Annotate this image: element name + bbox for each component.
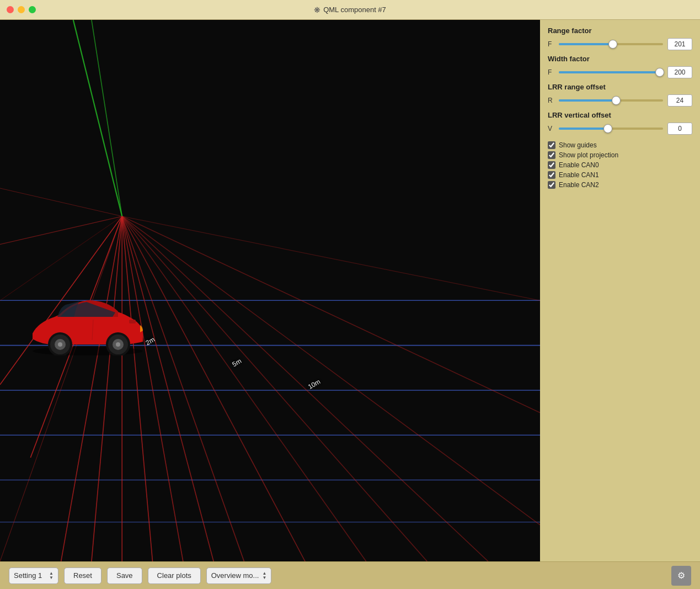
- lrr-vertical-offset-fill: [559, 128, 608, 130]
- width-factor-label: Width factor: [548, 55, 692, 63]
- lrr-vertical-offset-prefix: V: [548, 125, 554, 132]
- range-factor-input[interactable]: [667, 38, 692, 50]
- show-guides-checkbox[interactable]: [548, 141, 555, 149]
- enable-can2-checkbox[interactable]: [548, 181, 555, 189]
- lrr-range-offset-section: LRR range offset R: [548, 83, 692, 107]
- car-svg: [22, 289, 154, 355]
- lrr-vertical-offset-track[interactable]: [559, 128, 663, 130]
- reset-button[interactable]: Reset: [64, 567, 101, 584]
- right-panel: Range factor F Width factor F: [540, 20, 700, 561]
- range-factor-fill: [559, 43, 613, 45]
- svg-point-36: [58, 342, 62, 347]
- width-factor-section: Width factor F: [548, 55, 692, 78]
- range-factor-label: Range factor: [548, 26, 692, 35]
- checkbox-section: Show guides Show plot projection Enable …: [548, 141, 692, 189]
- enable-can1-row[interactable]: Enable CAN1: [548, 171, 692, 179]
- show-guides-row[interactable]: Show guides: [548, 141, 692, 149]
- enable-can0-label[interactable]: Enable CAN0: [559, 161, 599, 169]
- width-factor-track[interactable]: [559, 71, 663, 73]
- viewport[interactable]: 0m 2m 5m 10m: [0, 20, 540, 561]
- svg-point-37: [116, 342, 120, 347]
- scene-canvas: 0m 2m 5m 10m: [0, 20, 540, 561]
- lrr-range-offset-track[interactable]: [559, 99, 663, 102]
- lrr-vertical-offset-label: LRR vertical offset: [548, 111, 692, 119]
- lrr-range-offset-fill: [559, 99, 616, 102]
- lrr-vertical-offset-input[interactable]: [667, 123, 692, 135]
- show-plot-projection-label[interactable]: Show plot projection: [559, 151, 618, 159]
- overview-select-arrows-icon: ▲ ▼: [262, 571, 266, 580]
- show-guides-label[interactable]: Show guides: [559, 141, 597, 149]
- main-content: 0m 2m 5m 10m: [0, 20, 700, 561]
- enable-can0-row[interactable]: Enable CAN0: [548, 161, 692, 169]
- show-plot-projection-checkbox[interactable]: [548, 151, 555, 159]
- close-button[interactable]: [7, 6, 14, 13]
- width-factor-thumb[interactable]: [655, 68, 664, 77]
- clear-plots-button[interactable]: Clear plots: [148, 567, 201, 584]
- bottom-toolbar: Setting 1 ▲ ▼ Reset Save Clear plots Ove…: [0, 561, 700, 589]
- window-controls[interactable]: [7, 6, 36, 13]
- lrr-range-offset-row: R: [548, 94, 692, 107]
- width-factor-fill: [559, 71, 660, 73]
- title-icon: ❋: [314, 6, 320, 14]
- setting-select[interactable]: Setting 1 ▲ ▼: [9, 567, 58, 584]
- minimize-button[interactable]: [18, 6, 25, 13]
- setting-select-text: Setting 1: [14, 571, 46, 580]
- width-factor-input[interactable]: [667, 66, 692, 78]
- enable-can1-checkbox[interactable]: [548, 171, 555, 179]
- range-factor-track[interactable]: [559, 43, 663, 45]
- range-factor-thumb[interactable]: [608, 40, 617, 49]
- maximize-button[interactable]: [29, 6, 36, 13]
- lrr-vertical-offset-section: LRR vertical offset V: [548, 111, 692, 135]
- settings-gear-icon: ⚙: [677, 570, 685, 581]
- car-model: [22, 289, 154, 355]
- range-factor-row: F: [548, 38, 692, 50]
- window-title: ❋ QML component #7: [314, 6, 386, 14]
- select-arrows-icon: ▲ ▼: [49, 571, 54, 580]
- enable-can1-label[interactable]: Enable CAN1: [559, 171, 599, 179]
- lrr-vertical-offset-row: V: [548, 123, 692, 135]
- overview-select-text: Overview mo...: [211, 571, 259, 580]
- title-text: QML component #7: [323, 6, 386, 14]
- width-factor-prefix: F: [548, 68, 554, 76]
- show-plot-projection-row[interactable]: Show plot projection: [548, 151, 692, 159]
- settings-icon[interactable]: ⚙: [671, 566, 691, 586]
- enable-can2-row[interactable]: Enable CAN2: [548, 181, 692, 189]
- titlebar: ❋ QML component #7: [0, 0, 700, 20]
- overview-mode-select[interactable]: Overview mo... ▲ ▼: [206, 567, 272, 584]
- lrr-range-offset-input[interactable]: [667, 94, 692, 107]
- save-button[interactable]: Save: [107, 567, 142, 584]
- lrr-range-offset-thumb[interactable]: [612, 96, 621, 105]
- enable-can2-label[interactable]: Enable CAN2: [559, 181, 599, 189]
- range-factor-prefix: F: [548, 40, 554, 48]
- lrr-range-offset-prefix: R: [548, 97, 554, 104]
- lrr-range-offset-label: LRR range offset: [548, 83, 692, 91]
- range-factor-section: Range factor F: [548, 26, 692, 50]
- lrr-vertical-offset-thumb[interactable]: [603, 124, 612, 133]
- width-factor-row: F: [548, 66, 692, 78]
- svg-rect-39: [129, 320, 136, 323]
- enable-can0-checkbox[interactable]: [548, 161, 555, 169]
